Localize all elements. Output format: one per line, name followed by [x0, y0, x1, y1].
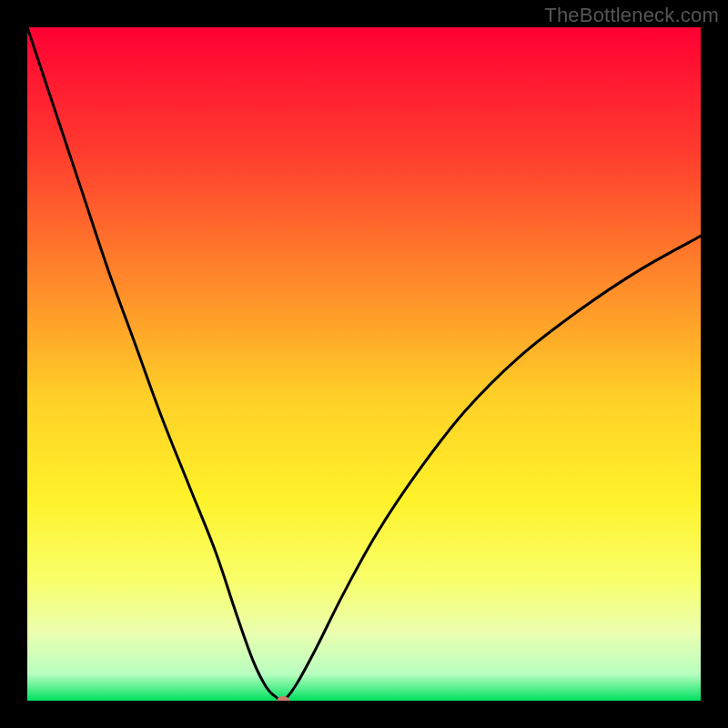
- plot-area: [27, 27, 701, 701]
- gradient-background: [27, 27, 701, 701]
- attribution-label: TheBottleneck.com: [544, 4, 719, 27]
- bottleneck-chart: [27, 27, 701, 701]
- chart-frame: TheBottleneck.com: [0, 0, 728, 728]
